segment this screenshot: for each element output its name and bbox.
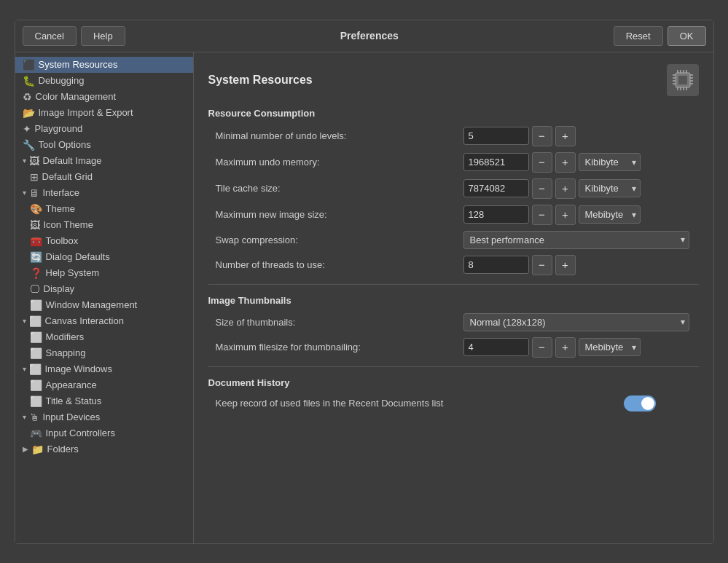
thumbnail-filesize-unit-select[interactable]: Mebibyte Kibibyte bbox=[579, 338, 641, 356]
sidebar-item-playground[interactable]: ✦ Playground bbox=[15, 121, 193, 137]
undo-levels-label: Minimal number of undo levels: bbox=[216, 130, 463, 141]
tile-cache-controls: − + Kibibyte Mebibyte bbox=[463, 178, 641, 199]
undo-levels-input[interactable] bbox=[463, 127, 529, 145]
max-image-size-input[interactable] bbox=[463, 205, 529, 224]
tile-cache-unit-select[interactable]: Kibibyte Mebibyte bbox=[579, 179, 641, 197]
max-image-size-decrement-button[interactable]: − bbox=[532, 205, 552, 225]
sidebar-item-system-resources[interactable]: ⬛ System Resources bbox=[15, 57, 193, 73]
tile-cache-input[interactable] bbox=[463, 179, 529, 197]
ok-button[interactable]: OK bbox=[668, 26, 706, 46]
sidebar-item-snapping[interactable]: ⬜ Snapping bbox=[15, 345, 193, 361]
sidebar-item-display[interactable]: 🖵 Display bbox=[15, 281, 193, 297]
undo-memory-decrement-button[interactable]: − bbox=[532, 152, 552, 173]
swap-compression-select[interactable]: Best performance Fast Default bbox=[463, 231, 689, 249]
playground-icon: ✦ bbox=[23, 123, 31, 135]
sidebar-item-label: Theme bbox=[46, 203, 75, 214]
cancel-button[interactable]: Cancel bbox=[23, 26, 77, 46]
tool-options-icon: 🔧 bbox=[23, 139, 35, 151]
max-image-size-increment-button[interactable]: + bbox=[555, 205, 576, 225]
threads-label: Number of threads to use: bbox=[216, 259, 463, 270]
sidebar-item-default-image[interactable]: ▾ 🖼 Default Image bbox=[15, 153, 193, 169]
sidebar-item-label: Folders bbox=[47, 444, 79, 454]
sidebar-item-toolbox[interactable]: 🧰 Toolbox bbox=[15, 233, 193, 249]
sidebar-item-window-management[interactable]: ⬜ Window Management bbox=[15, 297, 193, 313]
sidebar-item-label: Modifiers bbox=[46, 331, 85, 342]
svg-rect-1 bbox=[678, 76, 687, 84]
tile-cache-decrement-button[interactable]: − bbox=[532, 178, 552, 199]
undo-memory-unit-select[interactable]: Kibibyte Mebibyte bbox=[579, 153, 641, 171]
sidebar-item-canvas-interaction[interactable]: ▾ ⬜ Canvas Interaction bbox=[15, 313, 193, 329]
sidebar-item-label: Image Import & Export bbox=[39, 107, 133, 118]
sidebar-item-label: Interface bbox=[43, 187, 80, 198]
thumbnail-filesize-unit-wrap: Mebibyte Kibibyte bbox=[579, 338, 641, 356]
thumbnail-size-select[interactable]: Normal (128x128) Large (256x256) Small (… bbox=[463, 313, 689, 331]
thumbnail-filesize-input[interactable] bbox=[463, 338, 529, 356]
pref-row-tile-cache: Tile cache size: − + Kibibyte Mebibyte bbox=[208, 178, 699, 199]
cpu-icon bbox=[670, 67, 696, 93]
sidebar-item-default-grid[interactable]: ⊞ Default Grid bbox=[15, 169, 193, 185]
sidebar-item-debugging[interactable]: 🐛 Debugging bbox=[15, 73, 193, 89]
theme-icon: 🎨 bbox=[30, 203, 42, 215]
reset-button[interactable]: Reset bbox=[614, 26, 663, 46]
help-button[interactable]: Help bbox=[81, 26, 125, 46]
threads-input[interactable] bbox=[463, 256, 529, 274]
preferences-dialog: Cancel Help Preferences Reset OK ⬛ Syste… bbox=[15, 20, 714, 544]
sidebar-item-theme[interactable]: 🎨 Theme bbox=[15, 201, 193, 217]
sidebar-item-image-import-export[interactable]: 📂 Image Import & Export bbox=[15, 105, 193, 121]
sidebar-item-appearance[interactable]: ⬜ Appearance bbox=[15, 377, 193, 393]
undo-levels-increment-button[interactable]: + bbox=[555, 126, 576, 146]
threads-increment-button[interactable]: + bbox=[555, 255, 576, 275]
sidebar-item-help-system[interactable]: ❓ Help System bbox=[15, 265, 193, 281]
sidebar-item-folders[interactable]: ▶ 📁 Folders bbox=[15, 441, 193, 457]
sidebar-item-label: Appearance bbox=[46, 379, 97, 390]
section-icon bbox=[667, 64, 699, 96]
arrow-icon: ▶ bbox=[23, 445, 28, 453]
arrow-icon: ▾ bbox=[23, 317, 26, 325]
resource-consumption-label: Resource Consumption bbox=[208, 108, 699, 119]
dialog-title: Preferences bbox=[125, 30, 614, 42]
sidebar-item-input-controllers[interactable]: 🎮 Input Controllers bbox=[15, 425, 193, 441]
sidebar-item-title-status[interactable]: ⬜ Title & Status bbox=[15, 393, 193, 409]
sidebar-item-label: Toolbox bbox=[46, 235, 79, 246]
sidebar-item-label: Input Controllers bbox=[46, 428, 115, 438]
sidebar-item-label: Default Grid bbox=[42, 171, 93, 182]
arrow-icon: ▾ bbox=[23, 413, 26, 421]
sidebar-item-input-devices[interactable]: ▾ 🖱 Input Devices bbox=[15, 409, 193, 425]
tile-cache-increment-button[interactable]: + bbox=[555, 178, 576, 199]
recent-docs-toggle[interactable] bbox=[624, 395, 656, 412]
sidebar-item-interface[interactable]: ▾ 🖥 Interface bbox=[15, 185, 193, 201]
sidebar-item-color-management[interactable]: ♻ Color Management bbox=[15, 89, 193, 105]
sidebar: ⬛ System Resources 🐛 Debugging ♻ Color M… bbox=[15, 52, 194, 543]
pref-row-undo-memory: Maximum undo memory: − + Kibibyte Mebiby… bbox=[208, 152, 699, 173]
undo-memory-increment-button[interactable]: + bbox=[555, 152, 576, 173]
threads-controls: − + bbox=[463, 255, 576, 275]
thumbnail-filesize-decrement-button[interactable]: − bbox=[532, 337, 552, 358]
undo-memory-label: Maximum undo memory: bbox=[216, 157, 463, 168]
sidebar-item-dialog-defaults[interactable]: 🔄 Dialog Defaults bbox=[15, 249, 193, 265]
icon-theme-icon: 🖼 bbox=[30, 219, 40, 231]
color-management-icon: ♻ bbox=[23, 91, 32, 103]
sidebar-item-icon-theme[interactable]: 🖼 Icon Theme bbox=[15, 217, 193, 233]
undo-memory-input[interactable] bbox=[463, 153, 529, 171]
max-image-size-unit-wrap: Mebibyte Kibibyte bbox=[579, 205, 641, 224]
sidebar-item-image-windows[interactable]: ▾ ⬜ Image Windows bbox=[15, 361, 193, 377]
sidebar-item-label: Default Image bbox=[43, 155, 102, 166]
max-image-size-controls: − + Mebibyte Kibibyte bbox=[463, 205, 641, 225]
interface-icon: 🖥 bbox=[29, 187, 39, 199]
thumbnail-filesize-increment-button[interactable]: + bbox=[555, 337, 576, 358]
tile-cache-unit-wrap: Kibibyte Mebibyte bbox=[579, 179, 641, 197]
section-header: System Resources bbox=[208, 64, 699, 96]
threads-decrement-button[interactable]: − bbox=[532, 255, 552, 275]
dialog-body: ⬛ System Resources 🐛 Debugging ♻ Color M… bbox=[15, 52, 713, 543]
sidebar-item-label: Title & Status bbox=[46, 395, 102, 406]
sidebar-item-label: Tool Options bbox=[39, 139, 91, 150]
undo-memory-unit-wrap: Kibibyte Mebibyte bbox=[579, 153, 641, 171]
canvas-interaction-icon: ⬜ bbox=[29, 315, 42, 327]
sidebar-item-modifiers[interactable]: ⬜ Modifiers bbox=[15, 329, 193, 345]
max-image-size-unit-select[interactable]: Mebibyte Kibibyte bbox=[579, 205, 641, 224]
sidebar-item-tool-options[interactable]: 🔧 Tool Options bbox=[15, 137, 193, 153]
swap-compression-wrap: Best performance Fast Default bbox=[463, 231, 689, 249]
snapping-icon: ⬜ bbox=[30, 347, 42, 359]
undo-levels-decrement-button[interactable]: − bbox=[532, 126, 552, 146]
image-windows-icon: ⬜ bbox=[29, 363, 42, 375]
